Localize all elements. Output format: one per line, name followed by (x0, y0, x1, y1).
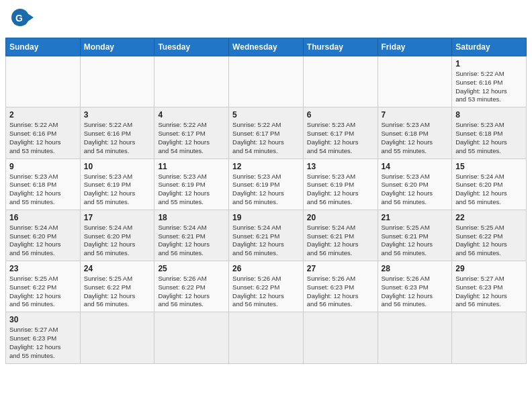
day-info: Sunrise: 5:22 AM Sunset: 6:16 PM Dayligh… (84, 121, 151, 155)
day-info: Sunrise: 5:22 AM Sunset: 6:16 PM Dayligh… (455, 70, 523, 104)
calendar-day-cell: 8Sunrise: 5:23 AM Sunset: 6:18 PM Daylig… (452, 107, 527, 158)
calendar-day-cell: 16Sunrise: 5:24 AM Sunset: 6:20 PM Dayli… (6, 210, 81, 261)
day-info: Sunrise: 5:24 AM Sunset: 6:21 PM Dayligh… (158, 224, 225, 258)
day-number: 25 (158, 264, 225, 273)
calendar-day-cell: 28Sunrise: 5:26 AM Sunset: 6:23 PM Dayli… (378, 261, 452, 312)
calendar-day-cell (303, 312, 378, 363)
calendar-day-cell: 12Sunrise: 5:23 AM Sunset: 6:19 PM Dayli… (229, 158, 304, 210)
day-info: Sunrise: 5:23 AM Sunset: 6:18 PM Dayligh… (455, 121, 523, 155)
day-info: Sunrise: 5:24 AM Sunset: 6:20 PM Dayligh… (84, 224, 151, 258)
calendar-day-cell (80, 312, 154, 363)
day-info: Sunrise: 5:24 AM Sunset: 6:20 PM Dayligh… (9, 224, 77, 258)
calendar-day-cell: 6Sunrise: 5:23 AM Sunset: 6:17 PM Daylig… (303, 107, 378, 158)
day-number: 4 (158, 110, 225, 120)
calendar-week-row: 9Sunrise: 5:23 AM Sunset: 6:18 PM Daylig… (6, 158, 527, 210)
calendar-day-cell: 9Sunrise: 5:23 AM Sunset: 6:18 PM Daylig… (6, 158, 81, 210)
calendar-day-cell: 30Sunrise: 5:27 AM Sunset: 6:23 PM Dayli… (6, 312, 81, 363)
day-of-week-header: Saturday (452, 38, 527, 56)
calendar-day-cell: 3Sunrise: 5:22 AM Sunset: 6:16 PM Daylig… (80, 107, 154, 158)
day-number: 17 (84, 213, 151, 222)
calendar-day-cell: 11Sunrise: 5:23 AM Sunset: 6:19 PM Dayli… (154, 158, 229, 210)
logo: G (11, 8, 38, 32)
calendar-day-cell: 24Sunrise: 5:25 AM Sunset: 6:22 PM Dayli… (80, 261, 154, 312)
calendar-day-cell: 18Sunrise: 5:24 AM Sunset: 6:21 PM Dayli… (154, 210, 229, 261)
day-info: Sunrise: 5:25 AM Sunset: 6:22 PM Dayligh… (9, 275, 77, 309)
calendar-week-row: 1Sunrise: 5:22 AM Sunset: 6:16 PM Daylig… (6, 56, 527, 107)
day-number: 21 (382, 213, 449, 222)
calendar-day-cell: 19Sunrise: 5:24 AM Sunset: 6:21 PM Dayli… (229, 210, 304, 261)
day-info: Sunrise: 5:23 AM Sunset: 6:19 PM Dayligh… (232, 173, 300, 207)
calendar-day-cell: 27Sunrise: 5:26 AM Sunset: 6:23 PM Dayli… (303, 261, 378, 312)
day-info: Sunrise: 5:26 AM Sunset: 6:22 PM Dayligh… (158, 275, 225, 309)
calendar-day-cell: 22Sunrise: 5:25 AM Sunset: 6:22 PM Dayli… (452, 210, 527, 261)
day-of-week-header: Friday (378, 38, 452, 56)
day-info: Sunrise: 5:25 AM Sunset: 6:21 PM Dayligh… (382, 224, 449, 258)
day-number: 6 (307, 110, 374, 120)
day-info: Sunrise: 5:22 AM Sunset: 6:17 PM Dayligh… (158, 121, 225, 155)
day-number: 10 (84, 162, 151, 171)
calendar-day-cell (154, 56, 229, 107)
day-number: 9 (9, 162, 77, 171)
calendar-day-cell: 7Sunrise: 5:23 AM Sunset: 6:18 PM Daylig… (378, 107, 452, 158)
page-header: G (0, 0, 532, 38)
day-number: 15 (455, 162, 523, 171)
day-info: Sunrise: 5:26 AM Sunset: 6:23 PM Dayligh… (307, 275, 374, 309)
day-info: Sunrise: 5:23 AM Sunset: 6:20 PM Dayligh… (382, 173, 449, 207)
day-number: 16 (9, 213, 77, 222)
day-info: Sunrise: 5:22 AM Sunset: 6:16 PM Dayligh… (9, 121, 77, 155)
calendar-day-cell: 10Sunrise: 5:23 AM Sunset: 6:19 PM Dayli… (80, 158, 154, 210)
day-number: 28 (382, 264, 449, 273)
day-of-week-header: Tuesday (154, 38, 229, 56)
day-number: 12 (232, 162, 300, 171)
day-info: Sunrise: 5:23 AM Sunset: 6:18 PM Dayligh… (9, 173, 77, 207)
calendar-day-cell: 2Sunrise: 5:22 AM Sunset: 6:16 PM Daylig… (6, 107, 81, 158)
day-number: 19 (232, 213, 300, 222)
calendar-day-cell: 17Sunrise: 5:24 AM Sunset: 6:20 PM Dayli… (80, 210, 154, 261)
day-number: 24 (84, 264, 151, 273)
day-info: Sunrise: 5:23 AM Sunset: 6:19 PM Dayligh… (158, 173, 225, 207)
calendar-day-cell (378, 56, 452, 107)
day-info: Sunrise: 5:24 AM Sunset: 6:20 PM Dayligh… (455, 173, 523, 207)
calendar-day-cell (303, 56, 378, 107)
calendar-day-cell: 14Sunrise: 5:23 AM Sunset: 6:20 PM Dayli… (378, 158, 452, 210)
day-of-week-header: Wednesday (229, 38, 304, 56)
calendar-day-cell: 25Sunrise: 5:26 AM Sunset: 6:22 PM Dayli… (154, 261, 229, 312)
day-number: 2 (9, 110, 77, 120)
calendar-day-cell: 29Sunrise: 5:27 AM Sunset: 6:23 PM Dayli… (452, 261, 527, 312)
day-number: 14 (382, 162, 449, 171)
calendar-wrapper: SundayMondayTuesdayWednesdayThursdayFrid… (0, 38, 532, 369)
day-number: 8 (455, 110, 523, 120)
day-number: 23 (9, 264, 77, 273)
day-info: Sunrise: 5:24 AM Sunset: 6:21 PM Dayligh… (232, 224, 300, 258)
day-info: Sunrise: 5:27 AM Sunset: 6:23 PM Dayligh… (455, 275, 523, 309)
day-number: 13 (307, 162, 374, 171)
day-of-week-header: Sunday (6, 38, 81, 56)
calendar-week-row: 30Sunrise: 5:27 AM Sunset: 6:23 PM Dayli… (6, 312, 527, 363)
calendar-day-cell (80, 56, 154, 107)
day-info: Sunrise: 5:25 AM Sunset: 6:22 PM Dayligh… (84, 275, 151, 309)
day-number: 27 (307, 264, 374, 273)
day-number: 5 (232, 110, 300, 120)
day-info: Sunrise: 5:22 AM Sunset: 6:17 PM Dayligh… (232, 121, 300, 155)
day-number: 26 (232, 264, 300, 273)
calendar-week-row: 2Sunrise: 5:22 AM Sunset: 6:16 PM Daylig… (6, 107, 527, 158)
day-number: 29 (455, 264, 523, 273)
day-number: 11 (158, 162, 225, 171)
calendar-day-cell: 20Sunrise: 5:24 AM Sunset: 6:21 PM Dayli… (303, 210, 378, 261)
calendar-day-cell (229, 56, 304, 107)
day-of-week-header: Monday (80, 38, 154, 56)
day-info: Sunrise: 5:26 AM Sunset: 6:23 PM Dayligh… (382, 275, 449, 309)
day-info: Sunrise: 5:27 AM Sunset: 6:23 PM Dayligh… (9, 326, 77, 360)
day-info: Sunrise: 5:23 AM Sunset: 6:17 PM Dayligh… (307, 121, 374, 155)
day-number: 1 (455, 59, 523, 68)
day-number: 20 (307, 213, 374, 222)
calendar-day-cell: 23Sunrise: 5:25 AM Sunset: 6:22 PM Dayli… (6, 261, 81, 312)
calendar-day-cell: 13Sunrise: 5:23 AM Sunset: 6:19 PM Dayli… (303, 158, 378, 210)
day-info: Sunrise: 5:25 AM Sunset: 6:22 PM Dayligh… (455, 224, 523, 258)
calendar-day-cell (6, 56, 81, 107)
calendar-day-cell (154, 312, 229, 363)
calendar-day-cell (378, 312, 452, 363)
day-number: 3 (84, 110, 151, 120)
calendar-header-row: SundayMondayTuesdayWednesdayThursdayFrid… (6, 38, 527, 56)
general-blue-logo-icon: G (11, 8, 35, 32)
